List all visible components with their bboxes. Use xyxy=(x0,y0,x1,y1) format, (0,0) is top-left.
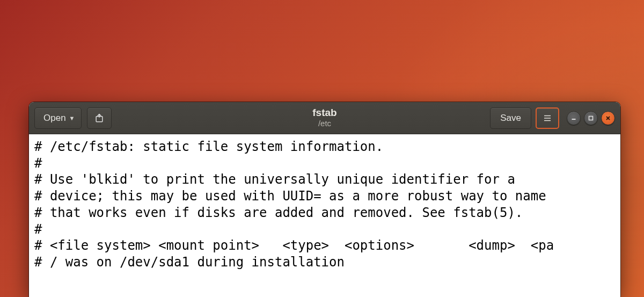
file-path: /etc xyxy=(312,120,336,129)
minimize-button[interactable] xyxy=(567,111,581,125)
close-icon xyxy=(605,115,611,121)
save-button-label: Save xyxy=(500,113,521,124)
hamburger-icon xyxy=(543,113,552,123)
editor-textarea[interactable]: # /etc/fstab: static file system informa… xyxy=(29,134,620,297)
window-controls xyxy=(567,111,615,125)
window-title: fstab /etc xyxy=(312,107,336,128)
minimize-icon xyxy=(570,115,577,121)
save-button[interactable]: Save xyxy=(490,107,531,129)
new-document-icon xyxy=(94,113,105,124)
titlebar-right-group: Save xyxy=(490,107,615,129)
close-button[interactable] xyxy=(601,111,615,125)
hamburger-menu-button[interactable] xyxy=(536,107,559,129)
svg-rect-5 xyxy=(589,116,593,120)
text-editor-window: Open ▼ fstab /etc Save xyxy=(29,102,620,297)
open-button-label: Open xyxy=(43,113,66,124)
open-button[interactable]: Open ▼ xyxy=(34,107,82,129)
chevron-down-icon: ▼ xyxy=(69,115,75,121)
new-document-button[interactable] xyxy=(87,107,112,129)
file-name: fstab xyxy=(312,107,336,119)
titlebar[interactable]: Open ▼ fstab /etc Save xyxy=(29,102,620,134)
maximize-icon xyxy=(588,115,594,121)
maximize-button[interactable] xyxy=(584,111,598,125)
